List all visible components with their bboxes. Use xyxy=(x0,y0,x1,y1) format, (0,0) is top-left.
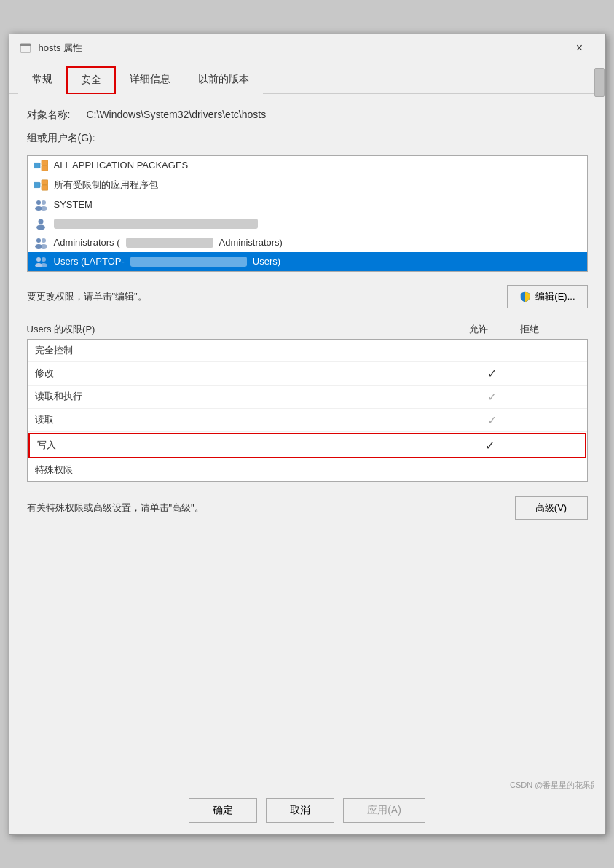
permissions-header: Users 的权限(P) 允许 拒绝 xyxy=(27,323,588,336)
administrators-label-start: Administrators ( xyxy=(54,237,120,248)
edit-notice-row: 要更改权限，请单击"编辑"。 编辑(E)... xyxy=(27,285,588,308)
content-area: 对象名称: C:\Windows\System32\drivers\etc\ho… xyxy=(9,94,605,786)
svg-rect-3 xyxy=(41,160,47,165)
permissions-columns: 允许 拒绝 xyxy=(464,323,588,336)
perm-name-special: 特殊权限 xyxy=(35,464,463,477)
svg-point-21 xyxy=(40,263,47,267)
svg-point-10 xyxy=(42,200,46,205)
blurred-user-text xyxy=(54,219,258,229)
svg-point-8 xyxy=(36,200,41,205)
watermark: CSDN @番星星的花果鼠 xyxy=(510,780,599,791)
perm-row-read-execute: 读取和执行 ✓ xyxy=(28,386,587,409)
tab-general[interactable]: 常规 xyxy=(18,66,66,94)
titlebar: hosts 属性 × xyxy=(9,34,605,63)
shield-icon xyxy=(519,291,531,302)
perm-name-write: 写入 xyxy=(37,439,461,452)
users-list[interactable]: ALL APPLICATION PACKAGES 所有受限制的应用程序包 xyxy=(27,155,588,272)
object-name-value: C:\Windows\System32\drivers\etc\hosts xyxy=(87,109,267,120)
perm-row-full-control: 完全控制 xyxy=(28,340,587,362)
dialog-window: hosts 属性 × 常规 安全 详细信息 以前的版本 对象名称: C:\Win… xyxy=(9,34,606,835)
user-item-blurred[interactable] xyxy=(28,214,587,233)
permissions-table: 完全控制 修改 ✓ 读取和执行 ✓ 读取 xyxy=(27,339,588,482)
svg-rect-6 xyxy=(41,179,47,184)
perm-allow-read: ✓ xyxy=(463,413,521,427)
tab-previous-versions[interactable]: 以前的版本 xyxy=(184,66,263,94)
network-icon-2 xyxy=(34,179,48,191)
users-label-start: Users (LAPTOP- xyxy=(54,256,125,267)
svg-rect-2 xyxy=(34,163,40,168)
window-icon xyxy=(18,41,33,55)
user-label-app-packages: ALL APPLICATION PACKAGES xyxy=(54,160,189,171)
perm-row-write: 写入 ✓ xyxy=(28,433,586,458)
user-item-system[interactable]: SYSTEM xyxy=(28,195,587,214)
svg-point-16 xyxy=(42,238,46,243)
user-item-administrators[interactable]: Administrators ( Administrators) xyxy=(28,233,587,252)
single-user-icon xyxy=(34,218,48,230)
permissions-header-label: Users 的权限(P) xyxy=(27,323,95,336)
svg-rect-7 xyxy=(41,185,47,190)
window-title: hosts 属性 xyxy=(39,42,563,55)
group-label: 组或用户名(G): xyxy=(27,132,588,145)
svg-point-13 xyxy=(36,224,45,230)
advanced-button[interactable]: 高级(V) xyxy=(515,496,588,520)
user-label-restricted: 所有受限制的应用程序包 xyxy=(54,179,158,192)
perm-name-read-execute: 读取和执行 xyxy=(35,390,463,403)
ok-button[interactable]: 确定 xyxy=(189,798,257,823)
edit-button-label: 编辑(E)... xyxy=(535,290,575,303)
edit-notice-text: 要更改权限，请单击"编辑"。 xyxy=(27,290,147,303)
perm-allow-write: ✓ xyxy=(461,439,519,453)
dialog-footer: 确定 取消 应用(A) xyxy=(9,786,605,834)
perm-name-read: 读取 xyxy=(35,413,463,426)
edit-button[interactable]: 编辑(E)... xyxy=(507,285,587,308)
allow-column-header: 允许 xyxy=(464,323,493,336)
svg-point-18 xyxy=(36,257,41,262)
perm-allow-read-execute: ✓ xyxy=(463,390,521,404)
svg-point-14 xyxy=(36,238,41,243)
svg-point-17 xyxy=(40,244,47,249)
tab-details[interactable]: 详细信息 xyxy=(116,66,184,94)
svg-point-20 xyxy=(42,257,46,262)
users-icon-admins xyxy=(34,237,48,249)
deny-column-header: 拒绝 xyxy=(515,323,544,336)
scrollbar[interactable] xyxy=(594,66,605,834)
svg-rect-5 xyxy=(34,182,40,187)
users-icon-system xyxy=(34,199,48,211)
tab-bar: 常规 安全 详细信息 以前的版本 xyxy=(9,66,605,94)
perm-allow-modify: ✓ xyxy=(463,367,521,380)
user-item-users[interactable]: Users (LAPTOP- Users) xyxy=(28,252,587,271)
user-item-restricted[interactable]: 所有受限制的应用程序包 xyxy=(28,175,587,195)
advanced-notice-row: 有关特殊权限或高级设置，请单击"高级"。 高级(V) xyxy=(27,496,588,520)
object-name-label: 对象名称: xyxy=(27,109,78,122)
svg-point-12 xyxy=(38,219,43,224)
perm-name-full-control: 完全控制 xyxy=(35,344,463,357)
users-label-end: Users) xyxy=(253,256,280,267)
permissions-section: Users 的权限(P) 允许 拒绝 完全控制 修改 ✓ xyxy=(27,323,588,482)
tab-security[interactable]: 安全 xyxy=(66,66,116,94)
cancel-button[interactable]: 取消 xyxy=(266,798,334,823)
apply-button[interactable]: 应用(A) xyxy=(343,798,425,823)
svg-rect-4 xyxy=(41,165,47,171)
advanced-notice-text: 有关特殊权限或高级设置，请单击"高级"。 xyxy=(27,501,204,515)
administrators-label-end: Administrators) xyxy=(219,237,283,248)
administrators-blurred xyxy=(126,238,213,248)
user-label-system: SYSTEM xyxy=(54,199,93,210)
perm-name-modify: 修改 xyxy=(35,367,463,380)
perm-row-special: 特殊权限 xyxy=(28,459,587,481)
close-button[interactable]: × xyxy=(563,36,597,60)
object-name-row: 对象名称: C:\Windows\System32\drivers\etc\ho… xyxy=(27,109,588,122)
users-icon-users xyxy=(34,256,48,267)
network-icon xyxy=(34,160,48,171)
perm-row-read: 读取 ✓ xyxy=(28,409,587,432)
user-item-app-packages[interactable]: ALL APPLICATION PACKAGES xyxy=(28,156,587,175)
perm-row-modify: 修改 ✓ xyxy=(28,362,587,386)
svg-rect-1 xyxy=(20,44,31,46)
svg-point-11 xyxy=(40,206,47,211)
scrollbar-thumb[interactable] xyxy=(594,68,605,97)
users-blurred xyxy=(130,257,247,267)
